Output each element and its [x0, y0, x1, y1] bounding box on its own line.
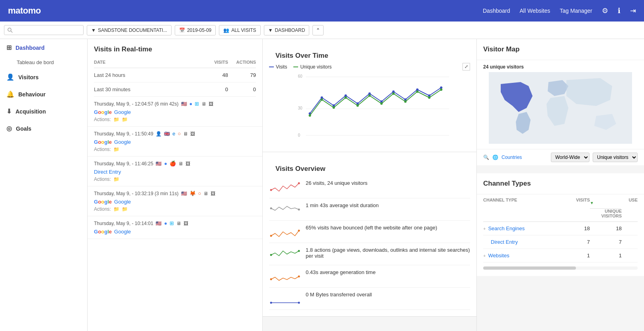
download-icon: ⬇ — [6, 108, 12, 115]
svg-point-29 — [357, 104, 359, 107]
visits-overview-title: Visits Overview — [269, 159, 470, 176]
channel-types-table: CHANNEL TYPE VISITS ▼ UNIQUE VISITORS US… — [477, 194, 644, 276]
visits-over-time-widget: Visits Over Time Visits Unique visitors … — [263, 39, 476, 152]
sidebar: ⊞ Dashboard Tableau de bord 👤 Visitors 🔔… — [0, 39, 88, 331]
chrome-icon: ● — [189, 101, 193, 107]
expand-icon-2[interactable]: + — [483, 253, 486, 258]
sidebar-item-acquisition-label: Acquisition — [16, 108, 46, 115]
center-panel: Visits Over Time Visits Unique visitors … — [263, 39, 477, 331]
sidebar-item-visitors[interactable]: 👤 Visitors — [0, 69, 87, 86]
summary-row-30m: Last 30 minutes 0 0 — [94, 82, 256, 97]
visits-chart-svg: 60 30 0 Wed, Apr 10 Wed, Apr 17 Wed, Apr… — [269, 74, 470, 137]
image-icon-4: 🖼 — [183, 221, 188, 226]
channel-search-engines: + Search Engines — [483, 225, 562, 231]
segment-icon: 👥 — [223, 27, 229, 33]
svg-point-35 — [428, 96, 431, 99]
chart-expand-icon[interactable]: ⤢ — [463, 63, 470, 71]
col-channel-use: USE — [622, 198, 638, 218]
scrollbar-thumb[interactable] — [483, 266, 576, 270]
actions-label: Actions: — [94, 117, 111, 122]
search-input[interactable] — [13, 27, 80, 33]
visit-1-actions: Actions: 📁 — [94, 147, 256, 152]
view-arrow: ▼ — [268, 27, 273, 33]
legend-unique-label: Unique visitors — [300, 64, 332, 70]
expand-icon-0[interactable]: + — [483, 226, 486, 231]
map-container: 24 unique visitors — [477, 60, 644, 149]
info-icon[interactable]: ℹ — [618, 6, 621, 15]
nav-tag-manager[interactable]: Tag Manager — [560, 8, 592, 14]
visit-1-source: Google Google — [94, 139, 256, 145]
col-channel-type: CHANNEL TYPE — [483, 198, 562, 218]
legend-unique-dot — [293, 67, 298, 67]
visit-entry-0: Thursday, May 9, - 12:04:57 (6 min 42s) … — [88, 97, 262, 127]
overview-stat-3: 1.8 actions (page views, downloads, outl… — [269, 243, 470, 265]
view-selector-button[interactable]: ▼ DASHBOARD — [264, 25, 310, 35]
channel-search-link[interactable]: Search Engines — [488, 225, 525, 231]
top-nav-links: Dashboard All Websites Tag Manager ⚙ ℹ ⇥ — [483, 6, 636, 15]
search-box[interactable] — [4, 25, 84, 35]
scope-selector[interactable]: World-Wide — [551, 153, 589, 162]
visit-entry-1: Thursday, May 9, - 11:50:49 👤 🇬🇧 e ○ 🖥 🖼… — [88, 127, 262, 157]
google-icon-3: Google — [94, 199, 112, 205]
folder-icon-5: 📁 — [122, 206, 128, 212]
sidebar-subitem-tableau[interactable]: Tableau de bord — [0, 56, 87, 69]
search-map-icon: 🔍 — [483, 155, 489, 160]
channel-header: CHANNEL TYPE VISITS ▼ UNIQUE VISITORS US… — [483, 194, 638, 222]
top-navigation: matomo Dashboard All Websites Tag Manage… — [0, 0, 644, 22]
nav-all-websites[interactable]: All Websites — [520, 8, 550, 14]
channel-row-2: + Websites 1 1 — [483, 249, 638, 262]
row-24h-visits: 48 — [200, 72, 228, 78]
metric-selector[interactable]: Unique visitors — [593, 153, 638, 162]
svg-point-47 — [270, 302, 272, 304]
overview-text-0: 26 visits, 24 unique visitors — [306, 180, 367, 186]
ubuntu-icon-3: ○ — [198, 190, 201, 196]
collapse-button[interactable]: ⌃ — [312, 25, 324, 35]
channel-2-visits: 1 — [562, 253, 590, 259]
google-icon-4: Google — [94, 229, 112, 235]
segment-selector-button[interactable]: 👥 ALL VISITS — [219, 25, 260, 35]
date-selector-button[interactable]: 📅 2019-05-09 — [175, 25, 216, 35]
site-selector-button[interactable]: ▼ SANDSTONE DOCUMENTATI... — [87, 25, 172, 35]
direct-entry-label: Direct Entry — [94, 169, 121, 175]
svg-text:60: 60 — [298, 74, 303, 78]
row-30m-visits: 0 — [200, 86, 228, 92]
realtime-panel: Visits in Real-time DATE VISITS ACTIONS … — [88, 39, 263, 331]
sidebar-item-behaviour[interactable]: 🔔 Behaviour — [0, 86, 87, 103]
sidebar-item-goals[interactable]: ◎ Goals — [0, 120, 87, 137]
channel-websites-link[interactable]: Websites — [488, 253, 509, 259]
channel-row-1: Direct Entry 7 7 — [483, 235, 638, 249]
countries-link[interactable]: Countries — [502, 155, 522, 160]
logo: matomo — [8, 6, 41, 16]
visit-entry-2: Thursday, May 9, - 11:46:25 🇺🇸 ● 🍎 🖥 🖼 D… — [88, 157, 262, 186]
legend-visits: Visits — [269, 63, 287, 71]
sidebar-item-acquisition[interactable]: ⬇ Acquisition — [0, 103, 87, 120]
visit-0-flag: 🇺🇸 — [181, 101, 187, 107]
nav-dashboard[interactable]: Dashboard — [483, 8, 510, 14]
legend-unique: Unique visitors — [293, 63, 332, 71]
exit-icon[interactable]: ⇥ — [630, 6, 636, 15]
scrollbar-track — [483, 266, 638, 270]
desktop-icon: 🖥 — [201, 101, 206, 107]
svg-point-36 — [440, 88, 443, 91]
gear-icon[interactable]: ⚙ — [602, 6, 608, 15]
desktop-icon-2: 🖥 — [178, 161, 183, 166]
sidebar-item-dashboard[interactable]: ⊞ Dashboard — [0, 39, 87, 56]
spark-3 — [269, 247, 301, 261]
spark-2 — [269, 225, 301, 239]
svg-point-34 — [416, 90, 419, 93]
svg-point-30 — [369, 94, 371, 97]
spark-5 — [269, 292, 301, 306]
legend-visits-label: Visits — [276, 64, 287, 70]
image-icon: 🖼 — [209, 101, 213, 107]
folder-icon-2: 📁 — [113, 147, 119, 152]
overview-text-1: 1 min 43s average visit duration — [306, 202, 379, 208]
row-24h-label: Last 24 hours — [94, 72, 200, 78]
channel-types-title: Channel Types — [477, 173, 644, 194]
svg-point-32 — [392, 92, 395, 95]
visit-0-actions: Actions: 📁 📁 — [94, 117, 256, 122]
overview-stat-1: 1 min 43s average visit duration — [269, 198, 470, 221]
image-icon-1: 🖼 — [190, 131, 195, 137]
row-30m-label: Last 30 minutes — [94, 86, 200, 92]
svg-text:30: 30 — [298, 106, 303, 110]
channel-direct-link[interactable]: Direct Entry — [491, 239, 518, 245]
